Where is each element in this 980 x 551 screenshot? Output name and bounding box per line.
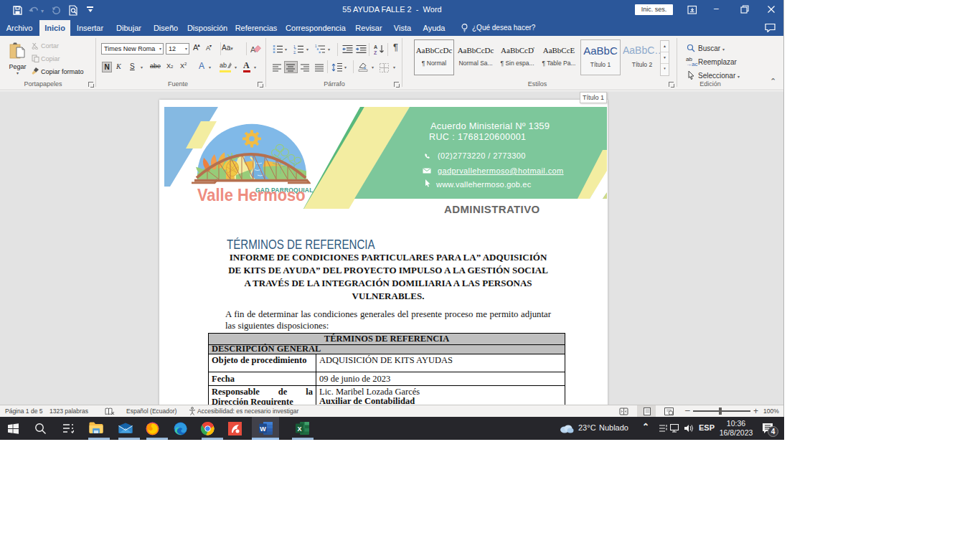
svg-text:1: 1	[315, 44, 317, 48]
svg-text:1: 1	[293, 44, 296, 49]
svg-text:Z: Z	[374, 50, 377, 55]
svg-text:2: 2	[293, 50, 296, 54]
svg-text:W: W	[260, 425, 266, 433]
svg-text:A: A	[374, 44, 377, 50]
svg-text:X: X	[297, 425, 301, 433]
